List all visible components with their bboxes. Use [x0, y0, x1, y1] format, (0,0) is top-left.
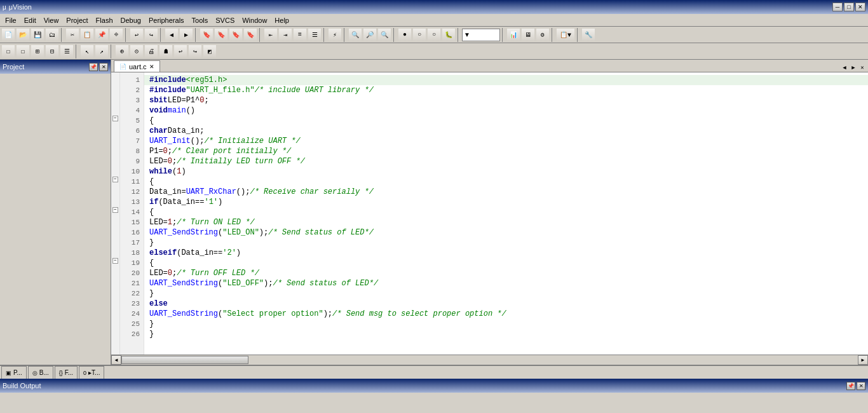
- tb-bookmark[interactable]: 🔖: [200, 28, 214, 42]
- menu-view[interactable]: View: [40, 15, 63, 25]
- tb-save-all[interactable]: 🗂: [45, 28, 59, 42]
- code-line-24[interactable]: UART_SendString("Select proper option");…: [144, 309, 868, 319]
- tb-nav-fwd[interactable]: ▶: [179, 28, 193, 42]
- tb2-8[interactable]: ⊕: [115, 44, 129, 58]
- tb2-12[interactable]: ↩: [173, 44, 187, 58]
- tb2-6[interactable]: ↖: [80, 44, 94, 58]
- code-line-26[interactable]: }: [144, 329, 868, 339]
- menu-peripherals[interactable]: Peripherals: [145, 15, 188, 25]
- tb-cpu[interactable]: 🖥: [521, 28, 535, 42]
- code-content[interactable]: #include <reg51.h>#include "UART_H_file.…: [144, 72, 868, 355]
- tb-tools[interactable]: 🔧: [581, 28, 595, 42]
- tb-bookmark2[interactable]: 🔖: [214, 28, 228, 42]
- collapse-line-11[interactable]: −: [111, 174, 119, 184]
- code-line-14[interactable]: {: [144, 207, 868, 217]
- code-line-8[interactable]: P1 = 0; /* Clear port initially */: [144, 146, 868, 156]
- code-line-21[interactable]: UART_SendString("LED_OFF"); /* Send stat…: [144, 278, 868, 288]
- code-line-25[interactable]: }: [144, 319, 868, 329]
- menu-debug[interactable]: Debug: [117, 15, 145, 25]
- code-line-2[interactable]: #include "UART_H_file.h" /* include UART…: [144, 85, 868, 95]
- scroll-left-button[interactable]: ◀: [111, 355, 121, 365]
- menu-edit[interactable]: Edit: [20, 15, 40, 25]
- code-line-10[interactable]: while(1): [144, 166, 868, 177]
- tabs-close-all[interactable]: ✕: [858, 63, 867, 72]
- bottom-tab-projects[interactable]: ▣ P...: [1, 366, 27, 379]
- menu-tools[interactable]: Tools: [188, 15, 212, 25]
- tb2-4[interactable]: ⊟: [45, 44, 59, 58]
- tb-cut[interactable]: ✂: [65, 28, 79, 42]
- maximize-button[interactable]: □: [844, 3, 854, 11]
- code-line-1[interactable]: #include <reg51.h>: [144, 75, 868, 85]
- tb2-5[interactable]: ☰: [60, 44, 74, 58]
- tb-settings[interactable]: ⚙: [536, 28, 550, 42]
- collapse-line-5[interactable]: −: [111, 113, 119, 123]
- code-line-5[interactable]: {: [144, 116, 868, 126]
- tb-paste[interactable]: 📌: [95, 28, 109, 42]
- code-line-3[interactable]: sbit LED=P1^0;: [144, 95, 868, 105]
- tb2-3[interactable]: ⊞: [31, 44, 44, 58]
- tab-uart-c[interactable]: 📄 uart.c ✕: [114, 60, 160, 72]
- code-line-4[interactable]: void main(): [144, 105, 868, 116]
- sidebar-pin-button[interactable]: 📌: [89, 63, 98, 71]
- tb-flash[interactable]: ⚡: [328, 28, 342, 42]
- tb-redo[interactable]: ↪: [144, 28, 158, 42]
- code-line-15[interactable]: LED = 1; /* Turn ON LED */: [144, 217, 868, 227]
- tb2-9[interactable]: ⊝: [130, 44, 144, 58]
- build-output-pin-button[interactable]: 📌: [846, 382, 855, 390]
- bottom-tab-templates[interactable]: 0 ▸T...: [79, 366, 104, 379]
- tb-bookmark3[interactable]: 🔖: [229, 28, 243, 42]
- tb-search3[interactable]: 🔍: [377, 28, 391, 42]
- tb2-14[interactable]: ◩: [203, 44, 217, 58]
- tb-mode[interactable]: 📋▼: [556, 28, 575, 42]
- code-line-12[interactable]: Data_in = UART_RxChar(); /* Receive char…: [144, 187, 868, 197]
- tb2-11[interactable]: ☗: [159, 44, 173, 58]
- tb-wizard[interactable]: 📊: [506, 28, 520, 42]
- menu-window[interactable]: Window: [238, 15, 271, 25]
- tb-copy[interactable]: 📋: [80, 28, 94, 42]
- tb-debug3[interactable]: ○: [427, 28, 441, 42]
- scroll-right-button[interactable]: ▶: [858, 355, 868, 365]
- bottom-tab-books[interactable]: ◎ B...: [28, 366, 53, 379]
- menu-file[interactable]: File: [1, 15, 20, 25]
- tb2-2[interactable]: ☐: [16, 44, 30, 58]
- code-line-23[interactable]: else: [144, 299, 868, 309]
- build-output-close-button[interactable]: ✕: [857, 382, 865, 390]
- tb-search2[interactable]: 🔎: [363, 28, 377, 42]
- scroll-thumb[interactable]: [121, 356, 248, 364]
- tb-undo[interactable]: ↩: [130, 28, 144, 42]
- tb-debug1[interactable]: ●: [398, 28, 412, 42]
- tb-target-dropdown[interactable]: ▼: [462, 29, 500, 41]
- tb-new[interactable]: 📄: [1, 28, 15, 42]
- collapse-btn-14[interactable]: −: [112, 207, 118, 213]
- sidebar-close-button[interactable]: ✕: [99, 63, 108, 71]
- collapse-btn-11[interactable]: −: [112, 177, 118, 182]
- tb-indent[interactable]: ⎆: [109, 28, 123, 42]
- bottom-tab-functions[interactable]: {} F...: [55, 366, 78, 379]
- close-button[interactable]: ✕: [855, 3, 865, 11]
- code-line-22[interactable]: }: [144, 288, 868, 299]
- code-line-6[interactable]: char Data_in;: [144, 126, 868, 136]
- tabs-scroll-right[interactable]: ▶: [849, 63, 858, 72]
- tb2-7[interactable]: ↗: [95, 44, 109, 58]
- tb-save[interactable]: 💾: [31, 28, 44, 42]
- menu-svcs[interactable]: SVCS: [212, 15, 238, 25]
- tb2-1[interactable]: ☐: [1, 44, 15, 58]
- code-line-7[interactable]: UART_Init(); /* Initialize UART */: [144, 136, 868, 146]
- code-line-19[interactable]: {: [144, 258, 868, 268]
- tb-search1[interactable]: 🔍: [348, 28, 362, 42]
- tb-debug2[interactable]: ○: [412, 28, 426, 42]
- collapse-line-14[interactable]: −: [111, 205, 119, 215]
- menu-help[interactable]: Help: [271, 15, 293, 25]
- code-line-16[interactable]: UART_SendString("LED_ON"); /* Send statu…: [144, 227, 868, 238]
- tb-debug4[interactable]: 🐛: [442, 28, 456, 42]
- code-line-13[interactable]: if(Data_in == '1'): [144, 197, 868, 207]
- scroll-track[interactable]: [121, 355, 858, 365]
- tb-nav-back[interactable]: ◀: [165, 28, 179, 42]
- code-line-11[interactable]: {: [144, 177, 868, 187]
- collapse-btn-5[interactable]: −: [112, 116, 118, 121]
- tb-indent3[interactable]: ≡: [293, 28, 307, 42]
- collapse-line-19[interactable]: −: [111, 255, 119, 266]
- code-line-17[interactable]: }: [144, 238, 868, 248]
- tb-open[interactable]: 📂: [16, 28, 30, 42]
- minimize-button[interactable]: ─: [832, 3, 843, 11]
